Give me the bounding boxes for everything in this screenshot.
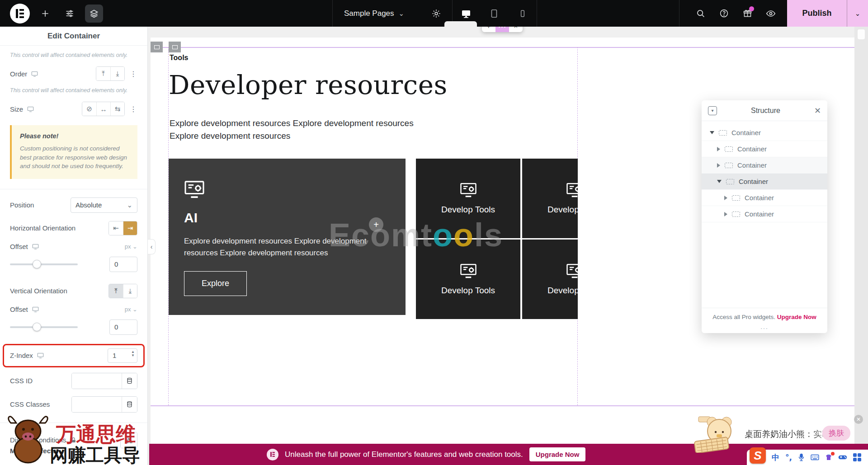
add-element-icon[interactable] [36, 5, 54, 23]
responsive-monitor-icon[interactable] [32, 244, 39, 249]
tree-item-label: Container [739, 178, 768, 185]
collapse-all-icon[interactable]: ▾ [708, 106, 717, 115]
responsive-monitor-icon[interactable] [37, 352, 44, 358]
game-controller-icon[interactable] [838, 454, 847, 460]
tool-card-clipped[interactable]: Develop Tools [522, 159, 578, 238]
caret-right-icon[interactable] [724, 212, 727, 216]
caret-right-icon[interactable] [717, 147, 720, 151]
develop-tools-icon [566, 183, 578, 197]
stepper-arrows-icon[interactable]: ▲▼ [131, 350, 135, 358]
container-handle-icon[interactable] [151, 42, 163, 52]
size-shrink-button[interactable]: ⇆ [110, 102, 124, 116]
offset-h-input[interactable] [109, 257, 137, 272]
caret-down-icon[interactable] [717, 180, 722, 183]
dynamic-tags-icon[interactable] [122, 373, 137, 389]
skin-icon[interactable] [825, 454, 832, 461]
size-grow-button[interactable]: ↔ [96, 102, 110, 116]
size-none-button[interactable]: ⊘ [82, 102, 96, 116]
offset-v-input[interactable] [109, 319, 137, 335]
tool-card-clipped[interactable]: Develop Tools [522, 240, 578, 319]
tree-item-container[interactable]: Container [702, 157, 827, 174]
tree-item-label: Container [737, 161, 767, 169]
panel-collapse-icon[interactable]: ‹ [148, 239, 156, 254]
caret-down-icon[interactable] [710, 131, 714, 134]
develop-tools-icon [184, 180, 205, 198]
panel-grip-icon[interactable]: ... [702, 322, 827, 333]
page-settings-icon[interactable] [416, 9, 457, 19]
publish-button[interactable]: Publish [787, 0, 847, 27]
offset-v-unit[interactable]: px ⌄ [125, 306, 137, 313]
ai-card-description: Explore development resources Explore de… [184, 235, 392, 258]
responsive-monitor-icon[interactable] [32, 306, 39, 312]
ime-punctuation-button[interactable]: °, [785, 453, 792, 462]
tool-card[interactable]: Develop Tools [416, 159, 520, 238]
offset-h-unit[interactable]: px ⌄ [125, 243, 137, 250]
sogou-logo-icon[interactable]: S [750, 447, 766, 464]
offset-v-slider[interactable] [10, 326, 78, 328]
tools-kicker[interactable]: Tools [170, 54, 188, 62]
position-label: Position [10, 201, 34, 209]
microphone-icon[interactable] [798, 453, 805, 461]
upgrade-now-link[interactable]: Upgrade Now [777, 314, 816, 320]
container-handle-icon[interactable] [169, 42, 181, 52]
caret-right-icon[interactable] [724, 196, 727, 200]
order-first-button[interactable]: ⤒ [96, 67, 110, 80]
close-icon[interactable]: ✕ [854, 415, 863, 424]
position-select[interactable]: Absolute ⌄ [71, 197, 137, 213]
tree-item-container[interactable]: Container [702, 125, 827, 141]
add-widget-icon[interactable]: + [369, 217, 383, 232]
order-last-button[interactable]: ⤓ [110, 67, 124, 80]
desktop-icon[interactable] [456, 4, 476, 23]
desktop-pet-widget: ✕ 桌面养奶油小熊：实时跟随打字 换肤 [692, 416, 863, 455]
size-options-icon[interactable]: ⋮ [129, 105, 137, 113]
ai-card-title: AI [184, 210, 390, 225]
tablet-icon[interactable] [484, 4, 504, 23]
teddy-bear-icon [692, 416, 742, 453]
tree-item-container[interactable]: Container [702, 141, 827, 157]
page-heading[interactable]: Developer resources [169, 70, 448, 100]
scrollbar-thumb[interactable] [858, 29, 865, 39]
bull-logo-icon [6, 415, 50, 464]
order-options-icon[interactable]: ⋮ [129, 70, 137, 78]
css-id-input[interactable] [72, 373, 122, 389]
orient-left-button[interactable]: ⇤ [109, 221, 123, 235]
selected-section-outline-top [151, 47, 854, 48]
caret-right-icon[interactable] [717, 163, 720, 168]
mobile-icon[interactable] [513, 4, 533, 23]
help-icon[interactable] [714, 4, 734, 23]
banner-upgrade-button[interactable]: Upgrade Now [529, 447, 586, 461]
change-skin-button[interactable]: 换肤 [822, 426, 850, 441]
ime-mode-button[interactable]: 中 [772, 452, 779, 463]
keyboard-icon[interactable] [811, 454, 819, 460]
tool-card[interactable]: Develop Tools [416, 240, 520, 319]
elementor-badge-icon [267, 449, 278, 460]
orient-bottom-button[interactable]: ⤓ [123, 284, 137, 298]
explore-button[interactable]: Explore [184, 271, 247, 296]
tree-item-container[interactable]: Container [702, 206, 827, 222]
responsive-monitor-icon[interactable] [31, 71, 38, 77]
search-icon[interactable] [690, 4, 710, 23]
document-switcher[interactable]: Sample Pages ⌄ [332, 9, 416, 18]
tree-item-container-selected[interactable]: Container [702, 174, 827, 190]
gift-icon[interactable] [737, 4, 757, 23]
elementor-logo-icon[interactable] [10, 4, 30, 23]
ai-card[interactable]: AI Explore development resources Explore… [169, 159, 406, 315]
intro-paragraph[interactable]: Explore development resources Explore de… [170, 117, 441, 142]
slider-thumb[interactable] [33, 323, 41, 331]
slider-thumb[interactable] [33, 260, 41, 268]
orient-top-button[interactable]: ⤒ [109, 284, 123, 298]
css-classes-input[interactable] [72, 397, 122, 412]
dynamic-tags-icon[interactable] [122, 397, 137, 412]
close-icon[interactable]: ✕ [814, 106, 821, 116]
orient-right-button[interactable]: ⇥ [123, 221, 137, 235]
responsive-monitor-icon[interactable] [27, 106, 34, 112]
site-settings-icon[interactable] [61, 5, 79, 23]
structure-panel-icon[interactable] [85, 5, 103, 23]
tree-item-container[interactable]: Container [702, 190, 827, 206]
publish-options-button[interactable]: ⌄ [847, 0, 868, 27]
offset-h-slider[interactable] [10, 263, 78, 265]
tool-card-label: Develop Tools [547, 205, 578, 215]
apps-grid-icon[interactable] [853, 453, 861, 461]
preview-eye-icon[interactable] [761, 4, 781, 23]
pet-caption-text: 桌面养奶油小熊：实时跟随打字 [745, 428, 835, 440]
